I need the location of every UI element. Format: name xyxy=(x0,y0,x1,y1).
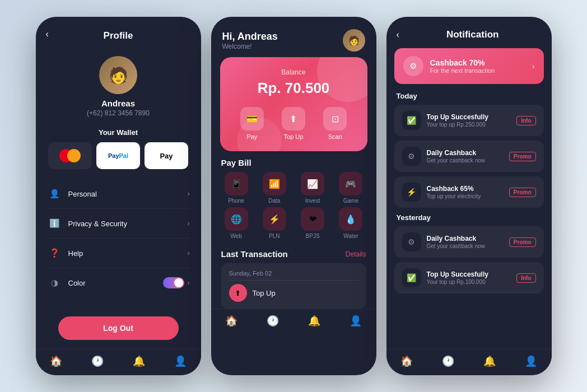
bill-bpjs[interactable]: ❤ BPJS xyxy=(295,207,330,239)
nav-notification[interactable]: 🔔 xyxy=(133,355,145,367)
notif-yesterday-cashback-text: Daily Cashback Get your cashback now xyxy=(427,235,504,249)
notif-cashback65-text: Cashback 65% Top up your electricity xyxy=(427,185,504,199)
notif-yesterday-cashback-title: Daily Cashback xyxy=(427,235,504,242)
nav-home[interactable]: 🏠 xyxy=(225,315,237,327)
tx-row: ⬆ Top Up xyxy=(229,284,358,302)
color-chevron: › xyxy=(188,279,190,287)
notif-cashback-sub: Get your cashback now xyxy=(427,157,504,164)
phone-label: Phone xyxy=(228,198,244,204)
dashboard-header: Hi, Andreas Welcome! 🧑 xyxy=(211,17,376,57)
invest-label: Invest xyxy=(305,198,320,204)
notif-cashback65[interactable]: ⚡ Cashback 65% Top up your electricity P… xyxy=(394,176,544,208)
action-pay[interactable]: 💳 Pay xyxy=(240,107,264,140)
notif-yesterday-topup[interactable]: ✅ Top Up Succesfully Your top up Rp.100.… xyxy=(394,262,544,293)
menu-list: 👤 Personal › ℹ️ Privacy & Security › ❓ H… xyxy=(36,175,201,311)
details-link[interactable]: Details xyxy=(346,250,366,258)
back-button[interactable]: ‹ xyxy=(46,29,49,39)
paypal-card[interactable]: PayPal xyxy=(96,142,140,169)
game-label: Game xyxy=(343,198,358,204)
notif-daily-cashback[interactable]: ⚙ Daily Cashback Get your cashback now P… xyxy=(394,141,544,172)
notif-back-button[interactable]: ‹ xyxy=(397,30,399,40)
menu-item-help[interactable]: ❓ Help › xyxy=(47,239,190,268)
help-icon: ❓ xyxy=(47,245,63,261)
yesterday-label: Yesterday xyxy=(386,208,552,226)
greeting-section: Hi, Andreas Welcome! xyxy=(222,31,278,50)
cashback-banner[interactable]: ⚙ Cashback 70% For the next transaction … xyxy=(394,48,544,84)
cashback-arrow-icon: › xyxy=(532,62,535,71)
personal-chevron: › xyxy=(188,190,190,198)
nav-profile[interactable]: 👤 xyxy=(525,355,537,367)
notif-yesterday-topup-text: Top Up Succesfully Your top up Rp.100.00… xyxy=(427,270,511,285)
notif-topup-title: Top Up Succesfully xyxy=(427,113,511,121)
help-chevron: › xyxy=(188,249,190,257)
data-icon: 📶 xyxy=(263,172,286,195)
yesterday-topup-icon: ✅ xyxy=(402,268,421,287)
privacy-label: Privacy & Security xyxy=(68,220,188,228)
yesterday-cashback-icon: ⚙ xyxy=(402,232,421,251)
notif-yesterday-cashback-sub: Get your cashback now xyxy=(427,243,504,249)
last-transaction-header: Last Transaction Details xyxy=(211,245,376,263)
wallet-cards: PayPal Pay xyxy=(47,142,190,169)
menu-item-color[interactable]: ◑ Color › xyxy=(47,268,190,297)
bill-web[interactable]: 🌐 Web xyxy=(219,207,254,239)
wallet-section: Your Wallet PayPal Pay xyxy=(36,123,201,175)
cashback-subtitle: For the next transaction xyxy=(430,67,525,74)
notif-topup-badge: Info xyxy=(516,116,535,125)
bill-water[interactable]: 💧 Water xyxy=(333,207,368,239)
applepay-card[interactable]: Pay xyxy=(145,142,188,169)
nav-profile[interactable]: 👤 xyxy=(174,355,187,367)
bill-data[interactable]: 📶 Data xyxy=(257,172,292,204)
nav-notification[interactable]: 🔔 xyxy=(483,355,496,367)
bill-game[interactable]: 🎮 Game xyxy=(333,172,368,204)
menu-item-privacy[interactable]: ℹ️ Privacy & Security › xyxy=(47,209,190,239)
nav-home[interactable]: 🏠 xyxy=(400,355,413,367)
mastercard-card[interactable] xyxy=(48,142,92,169)
pay-bill-grid: 📱 Phone 📶 Data 📈 Invest 🎮 Game 🌐 Web ⚡ P… xyxy=(211,172,376,245)
card-actions: 💳 Pay ⬆ Top Up ⊡ Scan xyxy=(231,107,356,140)
nav-notification[interactable]: 🔔 xyxy=(308,315,320,327)
balance-label: Balance xyxy=(231,68,356,76)
notif-cashback-title: Daily Cashback xyxy=(427,149,504,157)
nav-profile[interactable]: 👤 xyxy=(350,315,362,327)
profile-header: ‹ Profile xyxy=(36,17,201,47)
logout-button[interactable]: Log Out xyxy=(58,316,179,340)
phone-icon: 📱 xyxy=(225,172,248,195)
action-scan[interactable]: ⊡ Scan xyxy=(323,107,347,140)
game-icon: 🎮 xyxy=(339,172,362,195)
nav-home[interactable]: 🏠 xyxy=(50,355,62,367)
cashback-text: Cashback 70% For the next transaction xyxy=(430,58,525,74)
notif-cashback65-title: Cashback 65% xyxy=(427,185,504,193)
dashboard-avatar[interactable]: 🧑 xyxy=(343,29,365,52)
bill-phone[interactable]: 📱 Phone xyxy=(219,172,254,204)
tx-icon: ⬆ xyxy=(229,284,247,302)
color-toggle[interactable] xyxy=(163,277,184,288)
invest-icon: 📈 xyxy=(301,172,324,195)
nav-history[interactable]: 🕐 xyxy=(267,315,279,327)
last-tx-title: Last Transaction xyxy=(221,249,288,259)
avatar-section: 🧑 Andreas (+62) 812 3456 7890 xyxy=(36,47,201,123)
nav-history[interactable]: 🕐 xyxy=(442,355,454,367)
pay-bill-title: Pay Bill xyxy=(211,158,376,172)
dashboard-bottom-nav: 🏠 🕐 🔔 👤 xyxy=(211,309,376,335)
web-icon: 🌐 xyxy=(225,207,248,231)
notif-yesterday-topup-title: Top Up Succesfully xyxy=(427,270,511,278)
pay-label: Pay xyxy=(246,133,257,140)
today-label: Today xyxy=(386,92,552,105)
nav-history[interactable]: 🕐 xyxy=(91,355,104,367)
notif-yesterday-cashback[interactable]: ⚙ Daily Cashback Get your cashback now P… xyxy=(394,226,544,258)
mc-circle-orange xyxy=(67,149,81,162)
bill-pln[interactable]: ⚡ PLN xyxy=(257,207,292,239)
notif-cashback65-badge: Promo xyxy=(509,188,536,197)
notif-cashback-badge: Promo xyxy=(509,152,536,161)
action-topup[interactable]: ⬆ Top Up xyxy=(282,107,305,140)
menu-item-personal[interactable]: 👤 Personal › xyxy=(47,179,190,209)
notification-title: Notification xyxy=(404,29,542,40)
personal-label: Personal xyxy=(68,190,188,198)
privacy-chevron: › xyxy=(188,220,190,227)
bill-invest[interactable]: 📈 Invest xyxy=(295,172,330,204)
wallet-title: Your Wallet xyxy=(47,128,190,137)
notif-yesterday-topup-sub: Your top up Rp.100.000 xyxy=(427,279,511,285)
topup-success-icon: ✅ xyxy=(402,111,421,130)
applepay-logo: Pay xyxy=(160,152,173,160)
notif-topup-success[interactable]: ✅ Top Up Succesfully Your top up Rp.250.… xyxy=(394,105,544,136)
